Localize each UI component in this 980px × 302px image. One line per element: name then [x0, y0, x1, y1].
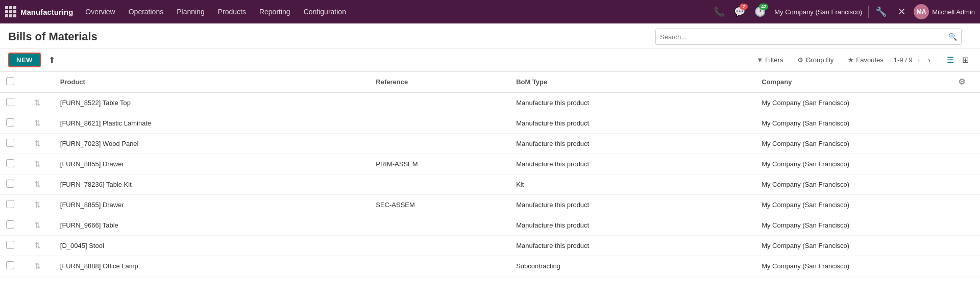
row-handle[interactable]: ⇅	[28, 154, 54, 174]
nav-reporting[interactable]: Reporting	[253, 5, 297, 19]
new-button[interactable]: NEW	[8, 53, 41, 67]
row-handle[interactable]: ⇅	[28, 113, 54, 134]
row-handle[interactable]: ⇅	[28, 174, 54, 195]
table-row[interactable]: ⇅ [D_0045] Stool Manufacture this produc…	[0, 236, 980, 256]
row-checkbox-cell	[0, 195, 28, 215]
activity-button[interactable]: 🕐 42	[752, 4, 768, 20]
filter-icon: ▼	[756, 56, 763, 64]
toolbar: NEW ⬆ ▼ Filters ⚙ Group By ★ Favorites 1…	[0, 48, 980, 72]
row-checkbox[interactable]	[6, 200, 14, 208]
header-company[interactable]: Company	[755, 72, 952, 92]
nav-overview[interactable]: Overview	[79, 5, 121, 19]
header-reference[interactable]: Reference	[370, 72, 510, 92]
wrench-icon: 🔧	[875, 6, 887, 17]
row-handle[interactable]: ⇅	[28, 215, 54, 236]
table-row[interactable]: ⇅ [FURN_9666] Table Manufacture this pro…	[0, 215, 980, 236]
row-handle[interactable]: ⇅	[28, 92, 54, 113]
sort-reference[interactable]: Reference	[376, 78, 504, 86]
row-bom-type: Manufacture this product	[510, 92, 755, 113]
row-checkbox-cell	[0, 256, 28, 276]
row-handle[interactable]: ⇅	[28, 134, 54, 154]
nav-configuration[interactable]: Configuration	[298, 5, 352, 19]
user-menu[interactable]: MA Mitchell Admin	[914, 4, 975, 19]
row-bom-type: Kit	[510, 174, 755, 195]
row-company: My Company (San Francisco)	[755, 215, 952, 236]
row-reference	[370, 215, 510, 236]
search-bar[interactable]: 🔍	[655, 29, 962, 45]
grid-view-button[interactable]: ⊞	[959, 54, 972, 66]
row-checkbox[interactable]	[6, 261, 14, 269]
table-body: ⇅ [FURN_8522] Table Top Manufacture this…	[0, 92, 980, 276]
row-company: My Company (San Francisco)	[755, 256, 952, 276]
search-icon: 🔍	[948, 33, 957, 41]
nav-products[interactable]: Products	[212, 5, 252, 19]
app-name: Manufacturing	[20, 8, 73, 16]
tools-button[interactable]: 🔧	[873, 4, 889, 20]
nav-planning[interactable]: Planning	[170, 5, 211, 19]
header-settings: ⚙	[952, 72, 980, 92]
row-bom-type: Manufacture this product	[510, 113, 755, 134]
row-bom-type: Subcontracting	[510, 256, 755, 276]
table-header: Product Reference BoM Type Company	[0, 72, 980, 92]
table-row[interactable]: ⇅ [FURN_8621] Plastic Laminate Manufactu…	[0, 113, 980, 134]
row-reference	[370, 134, 510, 154]
row-company: My Company (San Francisco)	[755, 113, 952, 134]
list-view-button[interactable]: ☰	[944, 54, 957, 66]
pagination: 1-9 / 9 ‹ ›	[894, 55, 934, 66]
row-reference	[370, 236, 510, 256]
select-all-checkbox[interactable]	[6, 77, 14, 85]
row-company: My Company (San Francisco)	[755, 154, 952, 174]
prev-page-button[interactable]: ‹	[915, 55, 923, 66]
table-row[interactable]: ⇅ [FURN_8855] Drawer PRIM-ASSEM Manufact…	[0, 154, 980, 174]
row-checkbox[interactable]	[6, 118, 14, 127]
chat-button[interactable]: 💬 7	[731, 4, 748, 20]
table-row[interactable]: ⇅ [FURN_8522] Table Top Manufacture this…	[0, 92, 980, 113]
sort-bom-type[interactable]: BoM Type	[516, 78, 749, 86]
sort-product[interactable]: Product	[60, 78, 363, 86]
row-handle[interactable]: ⇅	[28, 195, 54, 215]
support-button[interactable]: 📞	[711, 4, 727, 20]
search-input[interactable]	[660, 33, 948, 41]
header-product[interactable]: Product	[54, 72, 370, 92]
row-checkbox-cell	[0, 113, 28, 134]
favorites-button[interactable]: ★ Favorites	[844, 54, 887, 66]
filters-button[interactable]: ▼ Filters	[752, 54, 787, 66]
row-product: [FURN_8855] Drawer	[54, 154, 370, 174]
groupby-button[interactable]: ⚙ Group By	[793, 54, 838, 66]
app-logo[interactable]: Manufacturing	[5, 6, 73, 17]
filters-label: Filters	[765, 56, 783, 64]
next-page-button[interactable]: ›	[925, 55, 934, 66]
sort-company[interactable]: Company	[762, 78, 946, 86]
nav-operations[interactable]: Operations	[122, 5, 169, 19]
user-name: Mitchell Admin	[932, 8, 975, 16]
row-settings	[952, 134, 980, 154]
header-bom-type[interactable]: BoM Type	[510, 72, 755, 92]
close-button[interactable]: ✕	[893, 4, 910, 20]
page-header: Bills of Materials 🔍	[0, 23, 980, 48]
table-row[interactable]: ⇅ [FURN_78236] Table Kit Kit My Company …	[0, 174, 980, 195]
table-row[interactable]: ⇅ [FURN_8855] Drawer SEC-ASSEM Manufactu…	[0, 195, 980, 215]
row-bom-type: Manufacture this product	[510, 134, 755, 154]
table-row[interactable]: ⇅ [FURN_8888] Office Lamp Subcontracting…	[0, 256, 980, 276]
row-checkbox[interactable]	[6, 139, 14, 147]
row-settings	[952, 195, 980, 215]
table-row[interactable]: ⇅ [FURN_7023] Wood Panel Manufacture thi…	[0, 134, 980, 154]
row-reference: PRIM-ASSEM	[370, 154, 510, 174]
bom-table: Product Reference BoM Type Company	[0, 72, 980, 276]
avatar: MA	[914, 4, 929, 19]
upload-button[interactable]: ⬆	[45, 53, 59, 67]
row-checkbox[interactable]	[6, 220, 14, 229]
column-settings-icon[interactable]: ⚙	[958, 78, 965, 86]
row-handle[interactable]: ⇅	[28, 236, 54, 256]
row-checkbox[interactable]	[6, 98, 14, 106]
upload-icon: ⬆	[48, 55, 55, 65]
row-product: [FURN_8621] Plastic Laminate	[54, 113, 370, 134]
row-checkbox-cell	[0, 134, 28, 154]
row-checkbox[interactable]	[6, 241, 14, 249]
row-handle[interactable]: ⇅	[28, 256, 54, 276]
row-settings	[952, 154, 980, 174]
row-checkbox[interactable]	[6, 159, 14, 167]
row-checkbox[interactable]	[6, 180, 14, 188]
pagination-text: 1-9 / 9	[894, 56, 913, 64]
header-checkbox-cell	[0, 72, 28, 92]
